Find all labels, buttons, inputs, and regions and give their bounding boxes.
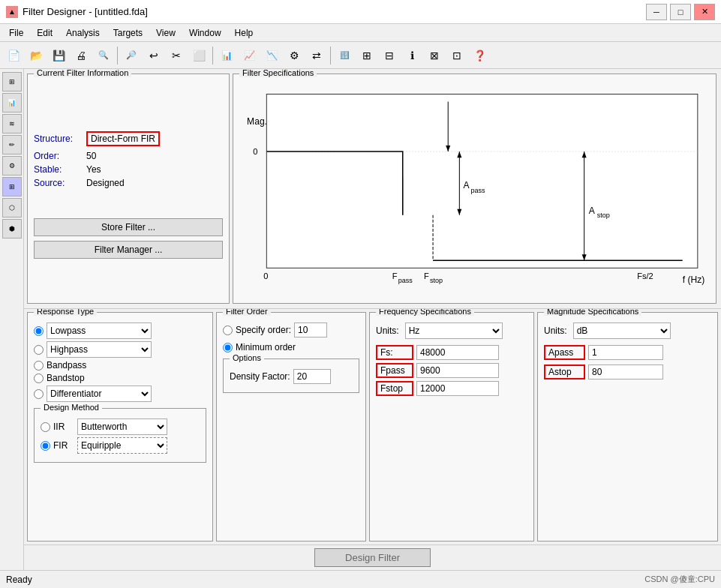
menu-file[interactable]: File	[3, 26, 29, 40]
menu-edit[interactable]: Edit	[31, 26, 59, 40]
order-row: Order: 50	[34, 151, 223, 161]
sidebar-icon-2[interactable]: 📊	[2, 93, 22, 112]
fir-radio[interactable]	[41, 441, 50, 451]
lowpass-select[interactable]: Lowpass	[47, 322, 152, 339]
filter-order-title: Filter Order	[223, 309, 271, 316]
tb-undo[interactable]: ↩	[143, 45, 164, 66]
freq-spec-title: Frequency Specifications	[376, 309, 474, 316]
iir-select[interactable]: Butterworth	[77, 418, 167, 435]
iir-label: IIR	[53, 422, 74, 432]
maximize-button[interactable]: □	[670, 4, 691, 20]
tb-save[interactable]: 💾	[48, 45, 69, 66]
tb-exchange[interactable]: ⇄	[306, 45, 327, 66]
order-label: Order:	[34, 151, 86, 161]
menu-window[interactable]: Window	[183, 26, 227, 40]
tb-info[interactable]: ℹ	[401, 45, 422, 66]
menu-targets[interactable]: Targets	[107, 26, 149, 40]
highpass-select[interactable]: Highpass	[47, 341, 152, 358]
bandpass-radio[interactable]	[34, 361, 44, 370]
tb-zoom-out[interactable]: 🔎	[121, 45, 142, 66]
minimum-order-radio[interactable]	[223, 343, 233, 352]
lowpass-radio[interactable]	[34, 326, 44, 336]
svg-text:stop: stop	[597, 212, 610, 219]
specify-order-radio[interactable]	[223, 326, 233, 335]
tb-help[interactable]: ❓	[469, 45, 490, 66]
highpass-radio[interactable]	[34, 345, 44, 355]
bandstop-radio[interactable]	[34, 374, 44, 383]
svg-text:Fs/2: Fs/2	[637, 272, 653, 280]
top-panels: Current Filter Information Structure: Di…	[24, 69, 721, 309]
svg-text:F: F	[424, 272, 429, 280]
menu-bar: File Edit Analysis Targets View Window H…	[0, 24, 721, 42]
tb-plot1[interactable]: 📈	[239, 45, 260, 66]
status-text: Ready	[6, 574, 32, 585]
specify-order-input[interactable]: 10	[294, 322, 327, 338]
sidebar-icon-5[interactable]: ⚙	[2, 156, 22, 176]
design-filter-button[interactable]: Design Filter	[314, 548, 431, 567]
svg-text:A: A	[589, 206, 596, 216]
diff-row: Differentiator	[34, 386, 206, 402]
apass-input[interactable]	[588, 345, 663, 360]
fstop-input[interactable]	[416, 381, 499, 396]
astop-label: Astop	[544, 364, 585, 380]
sidebar-icon-6[interactable]: ⊞	[2, 177, 22, 196]
tb-remove[interactable]: ⊟	[379, 45, 400, 66]
density-factor-input[interactable]: 20	[293, 369, 331, 384]
status-bar: Ready CSDN @傻童:CPU	[0, 570, 721, 588]
tb-open[interactable]: 📂	[26, 45, 47, 66]
sidebar-icon-7[interactable]: ⬡	[2, 198, 22, 218]
tb-new[interactable]: 📄	[3, 45, 24, 66]
fpass-input[interactable]	[416, 363, 499, 378]
fs-input[interactable]	[416, 345, 499, 360]
tb-chart[interactable]: 📊	[216, 45, 237, 66]
filter-manager-button[interactable]: Filter Manager ...	[34, 241, 223, 259]
menu-help[interactable]: Help	[229, 26, 260, 40]
specify-order-row: Specify order: 10	[223, 322, 359, 338]
highpass-row: Highpass	[34, 341, 206, 358]
tb-plot2[interactable]: 📉	[261, 45, 282, 66]
bandpass-row: Bandpass	[34, 360, 206, 370]
tb-numbers[interactable]: 🔢	[334, 45, 355, 66]
tb-print[interactable]: 🖨	[71, 45, 92, 66]
menu-analysis[interactable]: Analysis	[60, 26, 106, 40]
tb-settings[interactable]: ⚙	[284, 45, 305, 66]
tb-add[interactable]: ⊞	[356, 45, 377, 66]
mag-units-row: Units: dB Linear	[544, 322, 711, 339]
diff-select[interactable]: Differentiator	[47, 386, 152, 402]
options-title: Options	[230, 353, 264, 362]
svg-text:F: F	[392, 272, 398, 280]
svg-text:pass: pass	[398, 277, 413, 284]
fir-select[interactable]: Equiripple	[77, 437, 167, 454]
mag-units-select[interactable]: dB Linear	[573, 322, 671, 339]
bandstop-label: Bandstop	[47, 373, 85, 383]
fstop-row: Fstop	[376, 381, 527, 396]
design-method-subpanel: Design Method IIR Butterworth FIR Equiri…	[34, 408, 206, 463]
filter-spec-section: Filter Specifications Mag. (dB) f (Hz) 0	[233, 74, 716, 304]
freq-units-select[interactable]: Hz kHz MHz Normalized	[405, 322, 503, 339]
close-button[interactable]: ✕	[694, 4, 715, 20]
fpass-row: Fpass	[376, 363, 527, 378]
tb-zoom-in[interactable]: 🔍	[93, 45, 114, 66]
sidebar-icon-3[interactable]: ≋	[2, 114, 22, 134]
astop-input[interactable]	[588, 364, 663, 380]
store-filter-button[interactable]: Store Filter ...	[34, 218, 223, 236]
tb-grid2[interactable]: ⊡	[446, 45, 467, 66]
diff-radio[interactable]	[34, 389, 44, 399]
title-controls: ─ □ ✕	[646, 4, 715, 20]
iir-radio[interactable]	[41, 422, 50, 432]
tb-cut[interactable]: ✂	[166, 45, 187, 66]
tb-grid1[interactable]: ⊠	[424, 45, 445, 66]
filter-info-panel-title: Current Filter Information	[34, 69, 131, 77]
fpass-label: Fpass	[376, 363, 413, 378]
watermark-text: CSDN @傻童:CPU	[644, 574, 715, 585]
sidebar-icon-1[interactable]: ⊞	[2, 72, 22, 92]
tb-select[interactable]: ⬜	[188, 45, 209, 66]
sidebar-icon-8[interactable]: ⬢	[2, 219, 22, 238]
source-label: Source:	[34, 178, 86, 188]
freq-units-row: Units: Hz kHz MHz Normalized	[376, 322, 527, 339]
menu-view[interactable]: View	[150, 26, 182, 40]
main-content: ⊞ 📊 ≋ ✏ ⚙ ⊞ ⬡ ⬢ Current Filter Informati…	[0, 69, 721, 570]
bottom-panels: Response Type Lowpass Highpass	[24, 309, 721, 544]
sidebar-icon-4[interactable]: ✏	[2, 135, 22, 154]
minimize-button[interactable]: ─	[646, 4, 667, 20]
